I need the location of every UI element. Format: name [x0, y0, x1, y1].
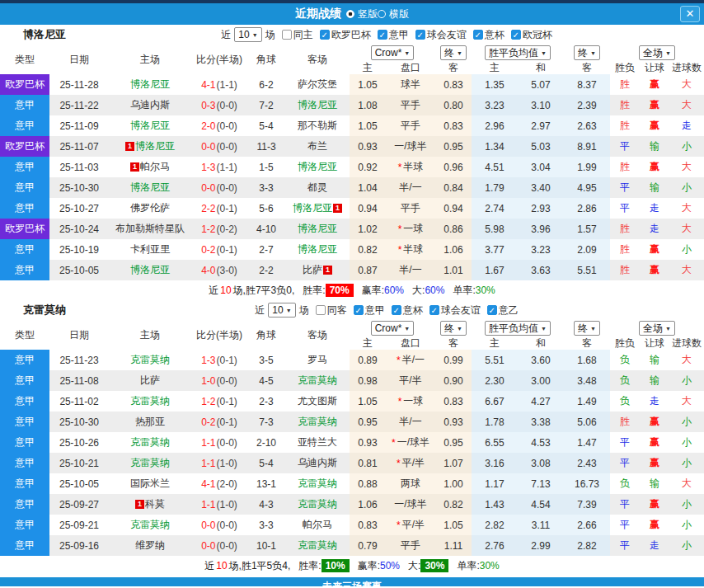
league-checkbox-0[interactable]: ✓欧罗巴杯: [320, 28, 371, 42]
home-team-cell: 比萨: [109, 370, 191, 391]
scope-select[interactable]: 全场▼: [639, 45, 675, 60]
bookmaker-select[interactable]: Crow*▼: [371, 321, 415, 336]
match-row: 意甲25-10-19卡利亚里0-2(0-1)2-7博洛尼亚0.82*半球1.06…: [0, 239, 704, 260]
corner-cell: 5-4: [247, 115, 285, 136]
match-count-select[interactable]: 10▼: [234, 27, 261, 42]
column-header-score: 比分(半场): [191, 328, 247, 342]
avg-lose-cell: 1.99: [564, 157, 610, 177]
league-checkbox-3[interactable]: ✓意杯: [473, 28, 505, 42]
odds-time-select[interactable]: 终▼: [440, 45, 467, 60]
avg-lose-cell: 3.48: [564, 370, 610, 391]
layout-radio-horizontal[interactable]: 横版: [378, 7, 409, 21]
close-button[interactable]: ✕: [680, 6, 700, 22]
match-row: 意甲25-10-05博洛尼亚4-0(3-0)2-2比萨10.87半/一1.011…: [0, 260, 704, 280]
competition-cell: 意甲: [0, 350, 49, 370]
home-odds-cell: 0.81: [350, 453, 386, 473]
score-cell: 2-0(0-0): [191, 115, 247, 136]
handicap-label: 半球: [403, 242, 423, 256]
same-venue-checkbox[interactable]: 同主: [282, 28, 313, 42]
date-cell: 25-09-21: [49, 515, 109, 535]
competition-cell: 意甲: [0, 494, 49, 515]
avg-draw-cell: 5.03: [518, 136, 564, 157]
league-checkbox-2[interactable]: ✓球会友谊: [415, 28, 467, 42]
fulltime-score: 2-2: [201, 203, 215, 214]
match-count-select[interactable]: 10▼: [268, 303, 295, 318]
league-checkbox-2[interactable]: ✓球会友谊: [429, 303, 481, 318]
date-cell: 25-11-02: [49, 391, 109, 412]
column-header-away: 客场: [285, 328, 350, 342]
avg-draw-cell: 3.60: [518, 350, 564, 370]
odds-time-select[interactable]: 终▼: [440, 321, 467, 336]
avg-lose-cell: 8.37: [564, 74, 610, 95]
chevron-down-icon: ▼: [404, 326, 410, 332]
match-row: 意甲25-09-271科莫1-1(1-0)4-3克雷莫纳1.06一/球半0.82…: [0, 494, 704, 515]
home-team-cell-label: 卡利亚里: [130, 242, 170, 256]
away-team-cell: 都灵: [285, 177, 350, 198]
bookmaker-select-value: Crow*: [375, 322, 402, 334]
league-checkbox-4[interactable]: ✓欧冠杯: [511, 28, 552, 42]
away-team-cell-label: 博洛尼亚: [293, 201, 332, 215]
score-cell: 1-3(0-1): [191, 350, 247, 370]
competition-cell: 意甲: [0, 198, 49, 219]
home-team-cell: 布加勒斯特星队: [109, 219, 191, 239]
bookmaker-select-value: Crow*: [375, 47, 402, 59]
competition-cell: 意甲: [0, 95, 49, 115]
league-checkbox-0-label: 欧罗巴杯: [331, 28, 371, 42]
league-checkbox-3[interactable]: ✓意乙: [487, 303, 519, 318]
unit-label: 场: [299, 303, 309, 318]
home-team-cell: 1博洛尼亚: [109, 136, 191, 157]
handicap-label: 一/球半: [394, 139, 426, 153]
avg-time-select[interactable]: 终▼: [574, 45, 600, 60]
radio-selected-icon: [346, 10, 354, 18]
summary-stat-label: 单率:: [457, 560, 479, 572]
league-checkbox-1[interactable]: ✓意甲: [378, 28, 409, 42]
handicap-change-star: *: [397, 458, 401, 469]
handicap-cell: 半/一: [386, 412, 435, 432]
bookmaker-select[interactable]: Crow*▼: [371, 45, 415, 60]
avg-time-select[interactable]: 终▼: [574, 321, 600, 336]
home-team-cell-label: 布加勒斯特星队: [115, 222, 185, 236]
away-team-cell: 博洛尼亚: [285, 239, 350, 260]
result-goals-cell: 小: [669, 177, 704, 198]
layout-radio-vertical[interactable]: 竖版: [346, 7, 378, 21]
avg-type-select[interactable]: 胜平负均值▼: [485, 321, 551, 336]
avg-win-cell: 1.17: [472, 473, 518, 494]
home-odds-cell: 0.82: [350, 239, 386, 260]
result-goals-cell: 小: [669, 515, 704, 535]
date-cell: 25-11-08: [49, 370, 109, 391]
home-team-cell: 克雷莫纳: [109, 432, 191, 453]
result-handicap-cell: 走: [640, 391, 669, 412]
league-checkbox-0[interactable]: ✓意甲: [354, 303, 385, 318]
score-cell: 0-3(0-0): [191, 95, 247, 115]
fulltime-score: 0-2: [201, 416, 215, 428]
chevron-down-icon: ▼: [541, 50, 547, 56]
competition-cell: 意甲: [0, 515, 49, 535]
home-odds-cell: 0.89: [350, 350, 386, 370]
halftime-score: (1-0): [217, 499, 237, 510]
home-team-cell-label: 克雷莫纳: [130, 435, 170, 449]
result-handicap-cell: 赢: [640, 239, 669, 260]
avg-time-select-value: 终: [578, 46, 588, 60]
avg-draw-cell: 4.27: [518, 391, 564, 412]
competition-cell: 意甲: [0, 432, 49, 453]
handicap-cell: 平手: [386, 535, 435, 556]
league-checkbox-1[interactable]: ✓意杯: [392, 303, 423, 318]
checkbox-unchecked-icon: [316, 305, 326, 315]
match-row: 欧罗巴杯25-11-28博洛尼亚4-1(1-1)6-2萨尔茨堡1.05球半0.8…: [0, 74, 704, 95]
column-header-corner: 角球: [247, 53, 285, 67]
away-odds-cell: 0.83: [435, 391, 472, 412]
away-odds-cell: 1.05: [435, 515, 472, 535]
halftime-score: (3-0): [217, 265, 237, 276]
scope-select[interactable]: 全场▼: [639, 321, 675, 336]
score-cell: 1-2(0-2): [191, 219, 247, 239]
avg-type-select[interactable]: 胜平负均值▼: [485, 45, 551, 60]
chevron-down-icon: ▼: [286, 308, 292, 313]
same-venue-checkbox[interactable]: 同客: [316, 303, 347, 318]
avg-lose-cell: 2.66: [564, 515, 610, 535]
score-cell: 1-2(0-1): [191, 391, 247, 412]
result-outcome-cell: 平: [610, 494, 640, 515]
column-header-home: 主场: [109, 53, 191, 67]
summary-stat-value: 30%: [420, 559, 448, 572]
match-row: 意甲25-11-22乌迪内斯0-3(0-0)7-2博洛尼亚1.08平手0.803…: [0, 95, 704, 115]
chevron-down-icon: ▼: [665, 50, 671, 56]
